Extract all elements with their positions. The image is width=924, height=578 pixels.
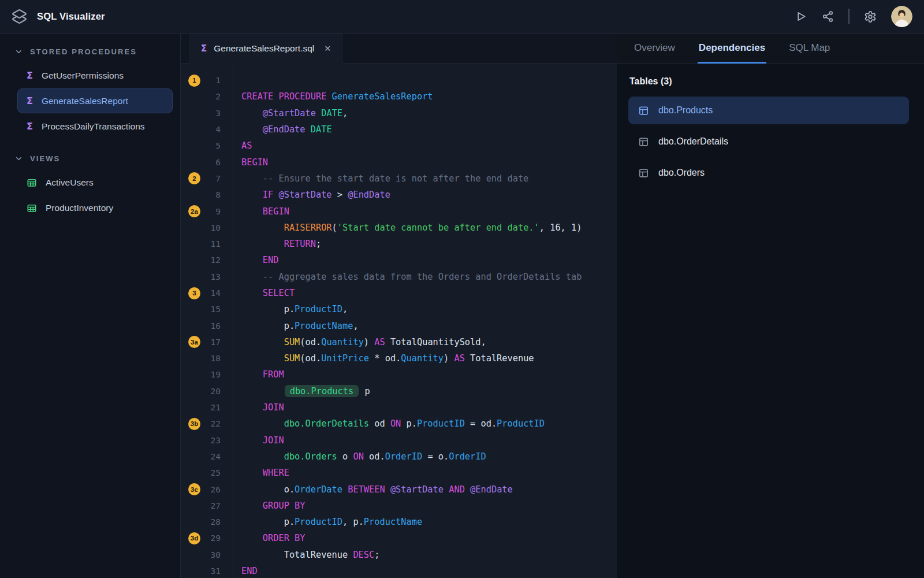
step-badge[interactable]: 3b bbox=[188, 418, 200, 430]
line-number: 31 bbox=[208, 566, 233, 576]
code-line: 24 dbo.Orders o ON od.OrderID = o.OrderI… bbox=[181, 449, 617, 465]
badge-cell: 3b bbox=[181, 418, 208, 430]
sidebar-item-getuserpermissions[interactable]: ΣGetUserPermissions bbox=[17, 63, 173, 88]
app-title: SQL Visualizer bbox=[37, 11, 105, 22]
code-editor: Σ GenerateSalesReport.sql ✕ 112CREATE PR… bbox=[181, 34, 617, 578]
table-row-dbo.products[interactable]: dbo.Products bbox=[628, 97, 909, 124]
sidebar-item-processdailytransactions[interactable]: ΣProcessDailyTransactions bbox=[17, 114, 173, 139]
line-number: 21 bbox=[208, 403, 233, 412]
editor-tab-generatesalesreport[interactable]: Σ GenerateSalesReport.sql ✕ bbox=[189, 34, 343, 64]
gutter-cell: 27 bbox=[181, 498, 233, 514]
app-root: SQL Visualizer bbox=[0, 0, 924, 578]
step-badge[interactable]: 1 bbox=[188, 75, 200, 87]
editor-tab-label: GenerateSalesReport.sql bbox=[214, 43, 314, 54]
sidebar-section-header[interactable]: VIEWS bbox=[0, 148, 180, 169]
sidebar-section-header[interactable]: STORED PROCEDURES bbox=[0, 41, 180, 62]
tab-dependencies[interactable]: Dependencies bbox=[698, 34, 766, 64]
gutter-cell: 3d29 bbox=[181, 530, 233, 546]
code-text: -- Ensure the start date is not after th… bbox=[233, 173, 528, 184]
gutter-cell: 28 bbox=[181, 514, 233, 530]
code-area[interactable]: 112CREATE PROCEDURE GenerateSalesReport3… bbox=[181, 64, 617, 578]
tab-overview[interactable]: Overview bbox=[633, 34, 676, 64]
code-line: 6BEGIN bbox=[181, 154, 617, 170]
sidebar-item-activeusers[interactable]: ActiveUsers bbox=[17, 170, 173, 195]
topbar: SQL Visualizer bbox=[0, 0, 924, 34]
tab-sql-map[interactable]: SQL Map bbox=[788, 34, 831, 64]
step-badge[interactable]: 3a bbox=[188, 336, 200, 348]
chevron-down-icon bbox=[14, 47, 23, 56]
code-line: 21 JOIN bbox=[181, 399, 617, 416]
main-layout: STORED PROCEDURESΣGetUserPermissionsΣGen… bbox=[0, 34, 924, 578]
code-line: 30 TotalRevenue DESC; bbox=[181, 547, 617, 563]
gutter-cell: 20 bbox=[181, 383, 233, 399]
line-number: 4 bbox=[208, 125, 233, 134]
step-badge[interactable]: 3c bbox=[188, 483, 200, 495]
tab-close-icon[interactable]: ✕ bbox=[324, 44, 331, 53]
table-highlight-pill: dbo.Products bbox=[285, 385, 359, 397]
gutter-cell: 24 bbox=[181, 449, 233, 465]
code-text: END bbox=[233, 566, 258, 576]
step-badge[interactable]: 3d bbox=[188, 532, 200, 544]
table-row-dbo.orderdetails[interactable]: dbo.OrderDetails bbox=[628, 128, 909, 155]
user-avatar[interactable] bbox=[891, 6, 912, 27]
line-number: 8 bbox=[208, 190, 233, 199]
step-badge[interactable]: 3 bbox=[188, 287, 200, 299]
sigma-icon: Σ bbox=[27, 71, 33, 80]
gutter-cell: 16 bbox=[181, 317, 233, 334]
sidebar-item-generatesalesreport[interactable]: ΣGenerateSalesReport bbox=[17, 88, 173, 113]
sigma-icon: Σ bbox=[27, 122, 33, 131]
code-line: 16 p.ProductName, bbox=[181, 317, 617, 334]
code-text: TotalRevenue DESC; bbox=[233, 550, 379, 560]
code-text: dbo.Products p bbox=[233, 385, 370, 397]
code-text: -- Aggregate sales data from the Orders … bbox=[233, 272, 582, 282]
table-grid-icon bbox=[27, 203, 37, 213]
gutter-cell: 3b22 bbox=[181, 416, 233, 432]
step-badge[interactable]: 2a bbox=[188, 205, 200, 217]
sidebar-section-label: STORED PROCEDURES bbox=[30, 47, 137, 56]
code-text: JOIN bbox=[233, 402, 284, 413]
line-number: 20 bbox=[208, 387, 233, 396]
step-badge[interactable]: 2 bbox=[188, 172, 200, 184]
code-line: 8 IF @StartDate > @EndDate bbox=[181, 187, 617, 203]
line-number: 19 bbox=[208, 370, 233, 379]
code-line: 3a17 SUM(od.Quantity) AS TotalQuantitySo… bbox=[181, 334, 617, 350]
gutter-cell: 12 bbox=[181, 252, 233, 268]
code-text: BEGIN bbox=[233, 157, 268, 168]
line-number: 17 bbox=[208, 338, 233, 347]
sidebar-item-productinventory[interactable]: ProductInventory bbox=[17, 195, 173, 220]
code-text: dbo.Orders o ON od.OrderID = o.OrderID bbox=[233, 451, 486, 462]
code-line: 31END bbox=[181, 563, 617, 578]
table-name: dbo.Orders bbox=[658, 168, 705, 178]
table-name: dbo.OrderDetails bbox=[658, 136, 728, 147]
gutter-cell: 25 bbox=[181, 465, 233, 481]
line-number: 29 bbox=[208, 533, 233, 543]
table-row-dbo.orders[interactable]: dbo.Orders bbox=[628, 159, 909, 187]
run-button[interactable] bbox=[790, 6, 812, 28]
code-line: 23 JOIN bbox=[181, 432, 617, 449]
gutter-cell: 5 bbox=[181, 138, 233, 154]
settings-button[interactable] bbox=[859, 6, 881, 28]
chevron-down-icon bbox=[14, 154, 23, 163]
gutter-cell: 4 bbox=[181, 121, 233, 138]
code-line: 19 FROM bbox=[181, 366, 617, 383]
gutter-cell: 31 bbox=[181, 563, 233, 578]
table-icon bbox=[638, 168, 649, 179]
line-number: 5 bbox=[208, 141, 233, 150]
play-icon bbox=[795, 10, 807, 23]
code-line: 3d29 ORDER BY bbox=[181, 530, 617, 546]
line-number: 9 bbox=[208, 207, 233, 216]
code-text: @EndDate DATE bbox=[233, 124, 332, 135]
table-icon bbox=[638, 136, 649, 147]
editor-tab-bar: Σ GenerateSalesReport.sql ✕ bbox=[181, 34, 617, 64]
gutter-cell: 30 bbox=[181, 547, 233, 563]
line-number: 14 bbox=[208, 288, 233, 298]
gutter-cell: 2 bbox=[181, 88, 233, 105]
gutter-cell: 27 bbox=[181, 171, 233, 187]
code-line: 2CREATE PROCEDURE GenerateSalesReport bbox=[181, 88, 617, 105]
share-button[interactable] bbox=[817, 6, 839, 28]
tables-list: dbo.Productsdbo.OrderDetailsdbo.Orders bbox=[628, 97, 909, 187]
gutter-cell: 13 bbox=[181, 269, 233, 285]
code-line: 4 @EndDate DATE bbox=[181, 121, 617, 138]
line-number: 27 bbox=[208, 501, 233, 510]
code-line: 5AS bbox=[181, 138, 617, 154]
